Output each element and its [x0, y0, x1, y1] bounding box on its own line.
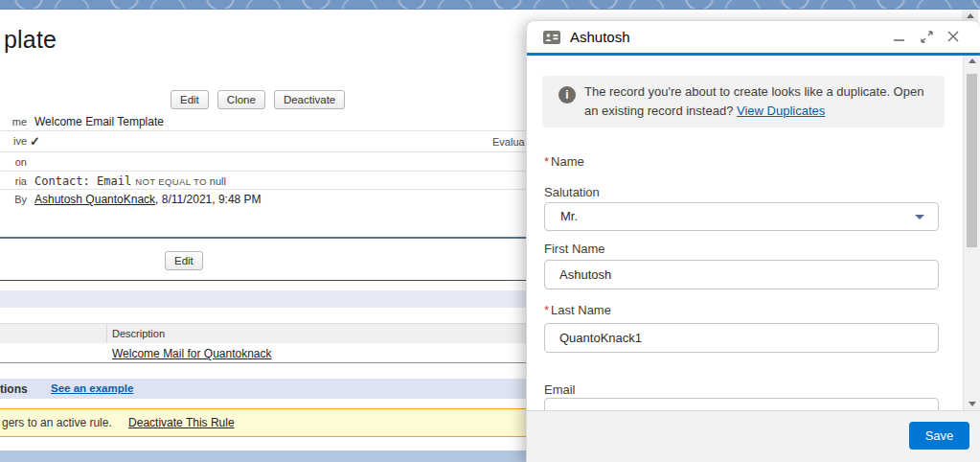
minimize-icon[interactable] — [892, 28, 907, 45]
actions-table-header: Description — [0, 323, 526, 343]
save-button[interactable]: Save — [909, 422, 969, 450]
scroll-up-arrow-icon[interactable] — [964, 58, 980, 63]
info-icon: i — [558, 86, 576, 104]
detail-row-rule-name: me Welcome Email Template — [0, 112, 526, 131]
window-controls — [892, 28, 961, 45]
modal-scrollbar[interactable] — [963, 56, 980, 410]
section-divider — [0, 280, 526, 281]
see-an-example-link[interactable]: See an example — [51, 382, 133, 394]
duplicate-alert-text: The record you're about to create looks … — [584, 82, 934, 121]
view-duplicates-link[interactable]: View Duplicates — [737, 104, 825, 118]
detail-label: ive — [0, 131, 27, 151]
criteria-field: Contact: Email — [34, 174, 131, 188]
workflow-actions-section-header: tions See an example — [0, 379, 526, 399]
detail-button-group: Edit Clone Deactivate — [171, 90, 345, 109]
detail-row-description: on — [0, 152, 526, 172]
salutation-label: Salutation — [544, 185, 600, 199]
salutation-value: Mr. — [560, 209, 578, 223]
scroll-down-arrow-icon[interactable] — [964, 402, 980, 406]
action-description-link[interactable]: Welcome Mail for Quantoknack — [112, 347, 272, 360]
modal-title: Ashutosh — [570, 29, 630, 45]
name-label-text: Name — [551, 154, 584, 169]
edit-button[interactable]: Edit — [171, 90, 209, 109]
created-by-user-link[interactable]: Ashutosh QuantoKnack — [34, 193, 155, 206]
last-name-label-text: Last Name — [551, 303, 611, 317]
workflow-actions-title-truncated: tions — [0, 382, 28, 396]
alert-line2: an existing record instead? — [584, 104, 733, 118]
section-header-band — [0, 290, 526, 308]
page-title: plate — [4, 26, 57, 54]
criteria-operator: NOT EQUAL TO — [135, 176, 207, 187]
last-name-field[interactable] — [544, 323, 939, 353]
detail-label: me — [0, 112, 27, 130]
detail-row-active: ive ✓ — [0, 131, 526, 152]
evaluation-criteria-label-truncated: Evalua — [492, 136, 525, 148]
created-by-value: Ashutosh QuantoKnack, 8/11/2021, 9:48 PM — [27, 190, 262, 215]
first-name-field[interactable] — [544, 260, 939, 289]
type-column-header — [0, 324, 107, 343]
modal-header: Ashutosh — [527, 21, 980, 53]
first-name-label: First Name — [544, 242, 605, 256]
close-icon[interactable] — [946, 28, 961, 45]
detail-row-created-by: By Ashutosh QuantoKnack, 8/11/2021, 9:48… — [0, 190, 526, 215]
duplicate-alert: i The record you're about to create look… — [542, 76, 945, 127]
modal-header-accent — [527, 53, 980, 56]
detail-label: By — [0, 190, 27, 215]
detail-label: on — [0, 152, 27, 171]
rule-name-value: Welcome Email Template — [27, 112, 164, 130]
app-header-band — [0, 0, 980, 10]
section-divider — [0, 237, 526, 239]
created-by-date: , 8/11/2021, 9:48 PM — [155, 193, 262, 206]
contact-card-icon — [543, 31, 560, 48]
create-contact-modal: Ashutosh i The record you're about to cr… — [526, 20, 980, 462]
last-name-label: *Last Name — [544, 303, 611, 317]
active-check-icon: ✓ — [27, 131, 40, 151]
deactivate-this-rule-link[interactable]: Deactivate This Rule — [128, 416, 235, 429]
table-bottom-border — [0, 362, 526, 363]
criteria-value: Contact: EmailNOT EQUAL TOnull — [27, 172, 226, 189]
rule-detail-table: me Welcome Email Template ive ✓ on ria C… — [0, 112, 526, 215]
required-marker: * — [544, 154, 549, 169]
table-row: Welcome Mail for Quantoknack — [0, 343, 526, 362]
scrollbar-thumb[interactable] — [967, 74, 977, 247]
description-value — [27, 152, 34, 171]
email-label: Email — [544, 382, 576, 397]
deactivate-button[interactable]: Deactivate — [274, 90, 345, 109]
salutation-select[interactable]: Mr. — [544, 202, 939, 231]
required-marker: * — [544, 303, 549, 317]
description-column-header: Description — [107, 324, 165, 343]
criteria-edit-button[interactable]: Edit — [165, 251, 203, 270]
modal-footer: Save — [527, 410, 980, 462]
notice-text-truncated: gers to an active rule. — [2, 416, 112, 429]
expand-icon[interactable] — [919, 28, 934, 45]
detail-row-criteria: ria Contact: EmailNOT EQUAL TOnull — [0, 172, 526, 190]
criteria-compare-value: null — [210, 175, 226, 187]
chevron-down-icon — [915, 215, 924, 219]
clone-button[interactable]: Clone — [217, 90, 265, 109]
name-section-label: *Name — [544, 154, 584, 169]
scroll-up-arrow-icon — [967, 13, 974, 18]
detail-label: ria — [0, 172, 27, 189]
active-rule-notice: gers to an active rule. Deactivate This … — [0, 408, 526, 437]
alert-line1: The record you're about to create looks … — [584, 84, 923, 99]
